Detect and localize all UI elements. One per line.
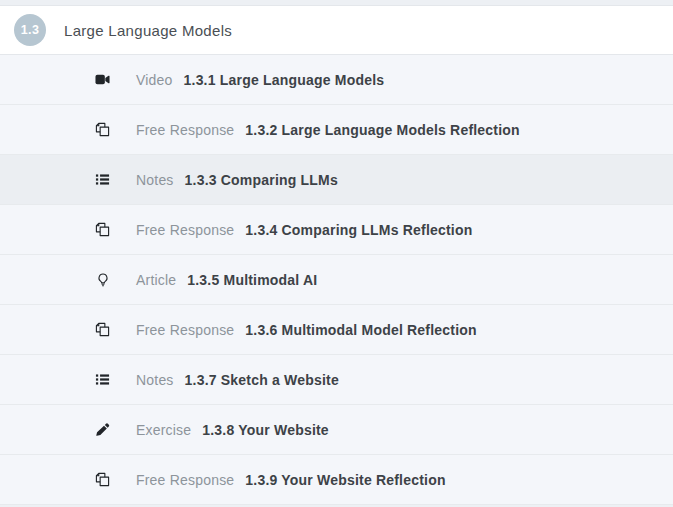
section-number-badge: 1.3 bbox=[14, 14, 46, 46]
list-icon bbox=[94, 371, 111, 388]
lesson-type-label: Free Response bbox=[136, 322, 234, 338]
lesson-row[interactable]: Notes 1.3.7 Sketch a Website bbox=[0, 355, 673, 405]
lightbulb-icon bbox=[94, 271, 111, 288]
lesson-row[interactable]: Exercise 1.3.8 Your Website bbox=[0, 405, 673, 455]
lesson-type-label: Video bbox=[136, 72, 173, 88]
lesson-type-label: Notes bbox=[136, 372, 174, 388]
section-header[interactable]: 1.3 Large Language Models bbox=[0, 5, 673, 55]
lesson-title: 1.3.2 Large Language Models Reflection bbox=[245, 122, 519, 138]
lesson-type-label: Article bbox=[136, 272, 176, 288]
lesson-title: 1.3.4 Comparing LLMs Reflection bbox=[245, 222, 472, 238]
copy-icon bbox=[94, 321, 111, 338]
lesson-type-label: Free Response bbox=[136, 122, 234, 138]
copy-icon bbox=[94, 471, 111, 488]
lesson-title: 1.3.9 Your Website Reflection bbox=[245, 472, 445, 488]
copy-icon bbox=[94, 121, 111, 138]
lesson-row[interactable]: Video 1.3.1 Large Language Models bbox=[0, 55, 673, 105]
lesson-type-label: Free Response bbox=[136, 222, 234, 238]
copy-icon bbox=[94, 221, 111, 238]
lesson-type-label: Exercise bbox=[136, 422, 191, 438]
lesson-title: 1.3.5 Multimodal AI bbox=[187, 272, 317, 288]
lesson-title: 1.3.8 Your Website bbox=[202, 422, 329, 438]
lesson-row[interactable]: Notes 1.3.3 Comparing LLMs bbox=[0, 155, 673, 205]
lesson-type-label: Notes bbox=[136, 172, 174, 188]
curriculum-module: 1.3 Large Language Models Video 1.3.1 La… bbox=[0, 0, 673, 505]
lesson-row[interactable]: Free Response 1.3.6 Multimodal Model Ref… bbox=[0, 305, 673, 355]
section-title: Large Language Models bbox=[64, 22, 232, 39]
lesson-row[interactable]: Free Response 1.3.2 Large Language Model… bbox=[0, 105, 673, 155]
video-icon bbox=[94, 71, 111, 88]
lesson-title: 1.3.7 Sketch a Website bbox=[185, 372, 339, 388]
pencil-icon bbox=[94, 421, 111, 438]
lesson-list: Video 1.3.1 Large Language Models Free R… bbox=[0, 55, 673, 505]
lesson-title: 1.3.6 Multimodal Model Reflection bbox=[245, 322, 476, 338]
lesson-type-label: Free Response bbox=[136, 472, 234, 488]
lesson-title: 1.3.1 Large Language Models bbox=[184, 72, 385, 88]
lesson-title: 1.3.3 Comparing LLMs bbox=[185, 172, 338, 188]
lesson-row[interactable]: Free Response 1.3.9 Your Website Reflect… bbox=[0, 455, 673, 505]
lesson-row[interactable]: Article 1.3.5 Multimodal AI bbox=[0, 255, 673, 305]
list-icon bbox=[94, 171, 111, 188]
lesson-row[interactable]: Free Response 1.3.4 Comparing LLMs Refle… bbox=[0, 205, 673, 255]
